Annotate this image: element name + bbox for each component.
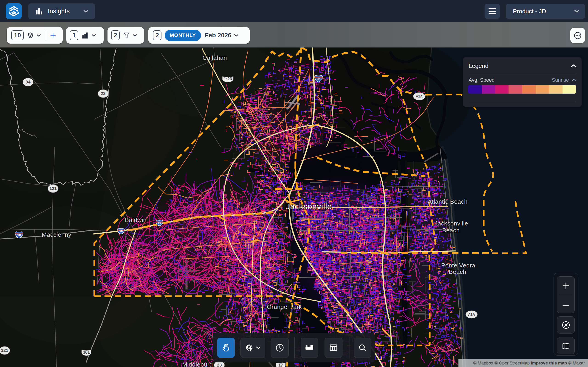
svg-text:Middleburg: Middleburg: [182, 361, 213, 367]
svg-text:23: 23: [217, 363, 222, 367]
svg-text:301: 301: [83, 350, 90, 355]
svg-text:Atlantic Beach: Atlantic Beach: [428, 198, 467, 205]
svg-text:10: 10: [120, 229, 123, 233]
svg-text:A1A: A1A: [416, 94, 423, 98]
svg-text:1·23: 1·23: [224, 77, 232, 81]
svg-text:17: 17: [278, 363, 283, 367]
svg-text:10: 10: [17, 233, 21, 237]
svg-text:A1A: A1A: [468, 312, 475, 316]
svg-text:121: 121: [49, 186, 57, 191]
svg-text:Baldwin: Baldwin: [125, 217, 147, 223]
svg-text:Callahan: Callahan: [203, 54, 227, 61]
svg-text:23: 23: [101, 91, 105, 96]
svg-text:94: 94: [26, 80, 31, 84]
svg-text:Jacksonville: Jacksonville: [286, 202, 332, 211]
svg-text:Jacksonville: Jacksonville: [435, 220, 468, 227]
svg-text:Orange Park: Orange Park: [267, 303, 302, 310]
svg-text:Beach: Beach: [449, 268, 466, 275]
svg-text:Ponte Vedra: Ponte Vedra: [441, 262, 476, 269]
svg-text:95: 95: [317, 77, 321, 81]
svg-text:Beach: Beach: [442, 227, 460, 234]
svg-text:121: 121: [1, 348, 8, 353]
svg-text:Macclenny: Macclenny: [42, 231, 71, 238]
svg-text:10: 10: [158, 221, 161, 225]
